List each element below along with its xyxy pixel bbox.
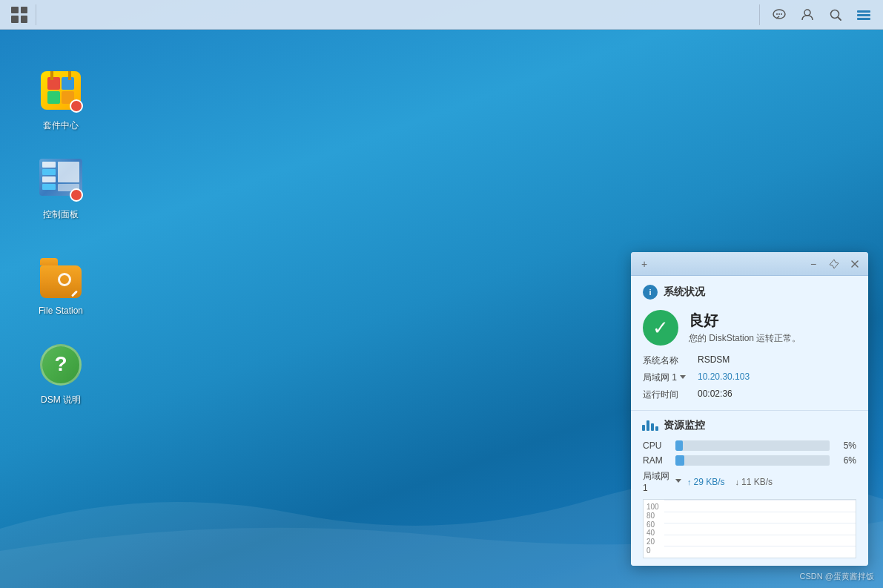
status-check-icon: ✓ xyxy=(643,310,678,346)
widget-minimize-button[interactable]: − xyxy=(806,257,821,271)
taskbar-divider xyxy=(36,4,36,25)
system-widget: + − i 系统状况 ✓ xyxy=(631,252,868,566)
package-center-label: 套件中心 xyxy=(40,119,82,133)
pin-icon xyxy=(829,259,839,269)
package-center-icon[interactable]: 套件中心 xyxy=(27,67,94,133)
resource-monitor-title: 资源监控 xyxy=(664,419,705,432)
network-chart: 100 80 60 40 20 0 xyxy=(643,499,856,558)
ram-row: RAM 6% xyxy=(643,455,856,466)
user-icon-button[interactable] xyxy=(794,1,821,28)
cpu-progress-track xyxy=(675,440,830,451)
svg-point-4 xyxy=(804,10,810,16)
widget-close-button[interactable] xyxy=(847,257,862,271)
dsm-help-image: ? xyxy=(37,341,85,389)
taskbar-right-divider xyxy=(759,4,760,25)
upload-speed: ↑ 29 KB/s xyxy=(687,477,725,487)
cpu-label: CPU xyxy=(643,440,669,451)
dsm-help-icon[interactable]: ? DSM 说明 xyxy=(27,341,94,408)
cpu-row: CPU 5% xyxy=(643,440,856,451)
taskbar-left xyxy=(0,1,39,28)
system-status-section: i 系统状况 ✓ 良好 您的 DiskStation 运转正常。 系统名称 RS… xyxy=(631,276,868,411)
dsm-help-label: DSM 说明 xyxy=(38,393,84,408)
status-row: ✓ 良好 您的 DiskStation 运转正常。 xyxy=(643,310,856,346)
system-info-grid: 系统名称 RSDSM 局域网 1 10.20.30.103 运行时间 00:02… xyxy=(643,354,856,401)
download-speed: ↓ 11 KB/s xyxy=(735,477,773,487)
message-icon-button[interactable] xyxy=(766,1,793,28)
system-name-label: 系统名称 xyxy=(643,354,686,367)
file-station-image xyxy=(37,252,85,300)
cpu-progress-fill xyxy=(675,440,683,451)
control-panel-label: 控制面板 xyxy=(40,208,82,222)
status-description: 您的 DiskStation 运转正常。 xyxy=(689,332,801,345)
upload-arrow-icon: ↑ xyxy=(687,478,692,486)
control-panel-icon[interactable]: 控制面板 xyxy=(27,156,94,222)
svg-line-6 xyxy=(839,17,841,20)
message-icon xyxy=(772,7,787,22)
search-icon xyxy=(828,7,843,22)
svg-point-1 xyxy=(776,13,778,15)
network-label[interactable]: 局域网 1 xyxy=(643,371,686,384)
svg-rect-9 xyxy=(857,18,870,20)
status-good-label: 良好 xyxy=(689,311,801,331)
network-dropdown-arrow xyxy=(680,375,686,382)
package-center-image xyxy=(37,67,85,114)
control-panel-notification-badge xyxy=(70,188,83,202)
uptime-value: 00:02:36 xyxy=(698,389,856,401)
ram-percentage: 6% xyxy=(836,455,856,466)
file-station-icon[interactable]: File Station xyxy=(27,252,94,319)
svg-point-2 xyxy=(778,13,780,15)
widget-pin-button[interactable] xyxy=(827,257,841,271)
system-status-title: 系统状况 xyxy=(664,285,705,299)
ram-progress-fill xyxy=(675,455,684,466)
ram-progress-track xyxy=(675,455,830,466)
search-icon-button[interactable] xyxy=(822,1,849,28)
widget-add-button[interactable]: + xyxy=(637,257,652,271)
cpu-percentage: 5% xyxy=(836,440,856,451)
chart-y-axis: 100 80 60 40 20 0 xyxy=(644,500,664,558)
chart-area xyxy=(664,500,856,558)
network-monitor-label[interactable]: 局域网 1 xyxy=(643,470,681,493)
user-icon xyxy=(800,7,815,22)
watermark: CSDN @蛋黄酱拌饭 xyxy=(800,571,874,582)
desktop: 套件中心 控制面板 xyxy=(0,30,883,588)
resource-monitor-icon xyxy=(643,418,658,433)
svg-point-3 xyxy=(781,13,782,15)
main-menu-button[interactable] xyxy=(6,1,33,28)
network-ip-value[interactable]: 10.20.30.103 xyxy=(698,371,856,384)
system-status-header: i 系统状况 xyxy=(643,285,856,300)
uptime-label: 运行时间 xyxy=(643,389,686,401)
taskbar xyxy=(0,0,883,30)
menu-icon-button[interactable] xyxy=(850,1,877,28)
package-notification-badge xyxy=(70,99,83,113)
svg-rect-8 xyxy=(857,14,870,16)
file-station-label: File Station xyxy=(36,304,86,319)
resource-monitor-section: 资源监控 CPU 5% RAM 6% 局域网 1 xyxy=(631,411,868,566)
system-name-value: RSDSM xyxy=(698,354,856,367)
svg-point-5 xyxy=(831,10,839,18)
network-monitor-dropdown xyxy=(675,479,681,486)
ram-label: RAM xyxy=(643,455,669,466)
taskbar-right xyxy=(756,1,883,28)
download-arrow-icon: ↓ xyxy=(735,478,740,486)
resource-monitor-header: 资源监控 xyxy=(643,418,856,433)
info-icon: i xyxy=(643,285,658,300)
status-text-block: 良好 您的 DiskStation 运转正常。 xyxy=(689,311,801,345)
hamburger-icon xyxy=(856,7,872,22)
grid-icon xyxy=(11,7,27,23)
widget-titlebar: + − xyxy=(631,252,868,276)
network-row: 局域网 1 ↑ 29 KB/s ↓ 11 KB/s xyxy=(643,470,856,493)
close-icon xyxy=(850,259,860,269)
svg-rect-7 xyxy=(857,10,870,13)
control-panel-image xyxy=(37,156,85,203)
network-speeds: ↑ 29 KB/s ↓ 11 KB/s xyxy=(687,477,773,487)
